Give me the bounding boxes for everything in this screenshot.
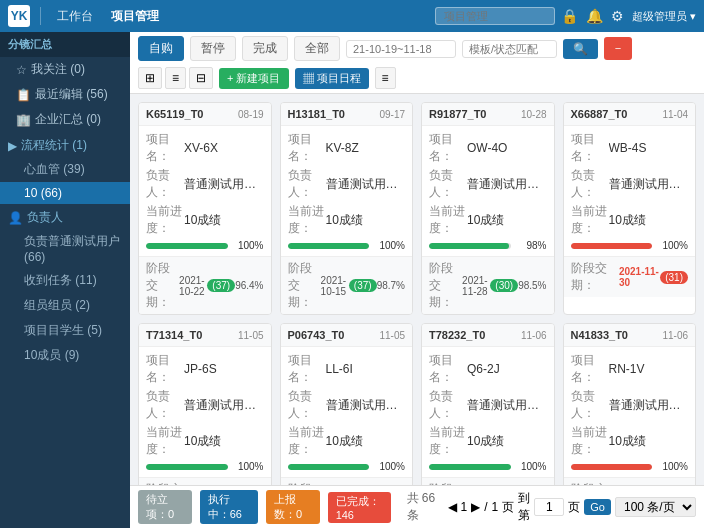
status-in-progress[interactable]: 执行中：66 [200, 490, 258, 524]
project-calendar-button[interactable]: ▦ 项目日程 [295, 68, 369, 89]
list-view-button[interactable]: ≡ [165, 67, 186, 89]
user-menu[interactable]: 超级管理员 ▾ [632, 9, 696, 24]
progress-bar-fill [146, 243, 228, 249]
progress-pct-value: 100% [232, 461, 264, 472]
navbar: YK 工作台 项目管理 🔒 🔔 ⚙ 超级管理员 ▾ [0, 0, 704, 32]
card-date: 09-17 [379, 109, 405, 120]
progress-type-value: 10成绩 [609, 212, 689, 229]
tab-purchase[interactable]: 自购 [138, 36, 184, 61]
sidebar-sub-owner4[interactable]: 项目目学生 (5) [0, 318, 130, 343]
more-menu-button[interactable]: ≡ [375, 67, 396, 89]
page-next[interactable]: ▶ [471, 500, 480, 514]
card-id: N41833_T0 [571, 329, 629, 341]
card-project-row: 项目名： WB-4S [571, 131, 689, 165]
lock-icon[interactable]: 🔒 [561, 8, 578, 24]
card-progress-bar-row: 98% [429, 240, 547, 251]
owner-value: 普通测试用户： [467, 176, 547, 193]
card-project-row: 项目名： RN-1V [571, 352, 689, 386]
sidebar-sub-owner2[interactable]: 收到任务 (11) [0, 268, 130, 293]
process-icon: ▶ [8, 139, 17, 153]
tab-complete[interactable]: 完成 [242, 36, 288, 61]
per-page-select[interactable]: 100 条/页 50 条/页 20 条/页 [615, 497, 696, 517]
status-completed[interactable]: 已完成：146 [328, 492, 391, 523]
project-card[interactable]: N41833_T0 11-06 项目名： RN-1V 负责人： 普通测试用户： … [563, 323, 697, 485]
add-project-button[interactable]: + 新建项目 [219, 68, 288, 89]
bell-icon[interactable]: 🔔 [586, 8, 603, 24]
project-card[interactable]: T71314_T0 11-05 项目名： JP-6S 负责人： 普通测试用户： … [138, 323, 272, 485]
card-progress-bar-row: 100% [288, 461, 406, 472]
footer-date: 2021-10-22 [179, 275, 207, 297]
project-label: 项目名： [146, 131, 184, 165]
logo-text: YK [11, 9, 28, 23]
progress-bar-bg [429, 464, 511, 470]
table-view-button[interactable]: ⊟ [189, 67, 213, 89]
date-range-input[interactable] [346, 40, 456, 58]
card-footer: 阶段交期： 2021-11-30 (71) 99.1% [422, 477, 554, 485]
project-card[interactable]: X66887_T0 11-04 项目名： WB-4S 负责人： 普通测试用户： … [563, 102, 697, 315]
nav-divider [40, 7, 41, 25]
sidebar-item-enterprise[interactable]: 🏢 企业汇总 (0) [0, 107, 130, 132]
project-value: XV-6X [184, 141, 264, 155]
minus-button[interactable]: － [604, 37, 632, 60]
progress-pct-value: 100% [656, 461, 688, 472]
status-pending[interactable]: 待立项：0 [138, 490, 192, 524]
status-uploaded[interactable]: 上报数：0 [266, 490, 320, 524]
card-id: R91877_T0 [429, 108, 487, 120]
project-label: 项目名： [571, 352, 609, 386]
project-card[interactable]: H13181_T0 09-17 项目名： KV-8Z 负责人： 普通测试用户： … [280, 102, 414, 315]
progress-pct-value: 100% [373, 461, 405, 472]
page-jump-input[interactable] [534, 498, 564, 516]
progress-bar-fill [146, 464, 228, 470]
progress-label: 当前进度： [146, 424, 184, 458]
card-progress-bar-row: 100% [571, 461, 689, 472]
card-progress-bar-row: 100% [429, 461, 547, 472]
page-go-button[interactable]: Go [584, 499, 611, 515]
card-owner-row: 负责人： 普通测试用户： [146, 167, 264, 201]
page-prev[interactable]: ◀ [448, 500, 457, 514]
project-card[interactable]: P06743_T0 11-05 项目名： LL-6I 负责人： 普通测试用户： … [280, 323, 414, 485]
owner3-label: 组员组员 (2) [24, 297, 90, 314]
sidebar-sub-10[interactable]: 10 (66) [0, 182, 130, 204]
owner-value: 普通测试用户： [184, 397, 264, 414]
person-icon: 👤 [8, 211, 23, 225]
sidebar-sub-owner3[interactable]: 组员组员 (2) [0, 293, 130, 318]
sidebar-item-recent[interactable]: 📋 最近编辑 (56) [0, 82, 130, 107]
card-date: 11-06 [662, 330, 688, 341]
card-id: H13181_T0 [288, 108, 346, 120]
progress-label: 当前进度： [571, 424, 609, 458]
sidebar-item-favorites[interactable]: ☆ 我关注 (0) [0, 57, 130, 82]
progress-pct-value: 100% [373, 240, 405, 251]
card-body: 项目名： LL-6I 负责人： 普通测试用户： 当前进度： 10成绩 100% [281, 347, 413, 477]
template-filter-input[interactable] [462, 40, 557, 58]
progress-type-value: 10成绩 [609, 433, 689, 450]
card-header: T71314_T0 11-05 [139, 324, 271, 347]
project-card[interactable]: T78232_T0 11-06 项目名： Q6-2J 负责人： 普通测试用户： … [421, 323, 555, 485]
footer-date: 2021-11-30 [619, 266, 660, 288]
sidebar-sub-cardiovascular[interactable]: 心血管 (39) [0, 157, 130, 182]
card-id: X66887_T0 [571, 108, 628, 120]
card-progress-type-row: 当前进度： 10成绩 [146, 424, 264, 458]
progress-label: 当前进度： [429, 424, 467, 458]
nav-workbench[interactable]: 工作台 [51, 6, 99, 27]
tab-pause[interactable]: 暂停 [190, 36, 236, 61]
gear-icon[interactable]: ⚙ [611, 8, 624, 24]
nav-project-mgmt[interactable]: 项目管理 [105, 6, 165, 27]
card-owner-row: 负责人： 普通测试用户： [288, 388, 406, 422]
footer-label: 阶段交期： [146, 260, 179, 311]
footer-label: 阶段交期： [288, 260, 321, 311]
sidebar-sub-owner1[interactable]: 负责普通测试用户 (66) [0, 229, 130, 268]
card-id: P06743_T0 [288, 329, 345, 341]
grid-view-button[interactable]: ⊞ [138, 67, 162, 89]
sidebar-group-process[interactable]: ▶ 流程统计 (1) [0, 132, 130, 157]
search-button[interactable]: 🔍 [563, 39, 598, 59]
search-input[interactable] [435, 7, 555, 25]
progress-pct-value: 100% [232, 240, 264, 251]
tab-all[interactable]: 全部 [294, 36, 340, 61]
card-footer: 阶段交期： 2021-10-22 (37) 96.4% [139, 256, 271, 314]
project-card[interactable]: R91877_T0 10-28 项目名： OW-4O 负责人： 普通测试用户： … [421, 102, 555, 315]
sidebar-section-title: 分镜汇总 [0, 32, 130, 57]
sidebar-sub-owner5[interactable]: 10成员 (9) [0, 343, 130, 368]
sidebar-group-person[interactable]: 👤 负责人 [0, 204, 130, 229]
project-card[interactable]: K65119_T0 08-19 项目名： XV-6X 负责人： 普通测试用户： … [138, 102, 272, 315]
page-to-label: 到第 [518, 490, 530, 524]
